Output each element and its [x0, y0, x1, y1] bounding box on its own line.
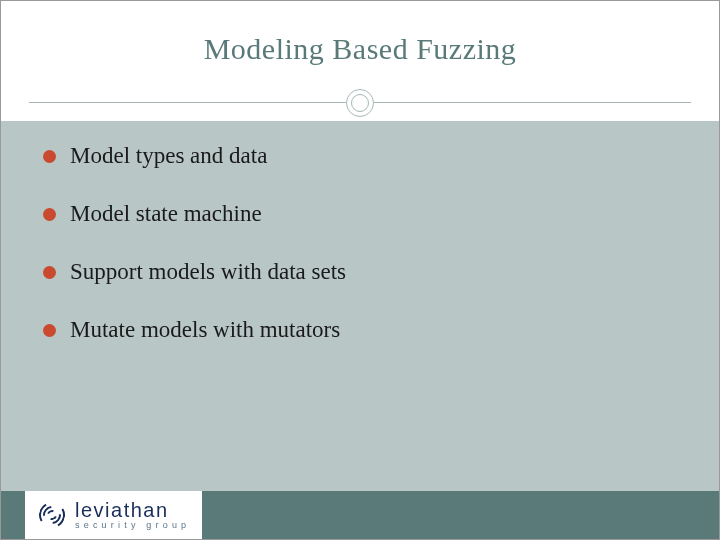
list-item: Support models with data sets	[43, 259, 689, 285]
content-area: Model types and data Model state machine…	[1, 121, 719, 491]
list-item: Mutate models with mutators	[43, 317, 689, 343]
logo-subtitle: security group	[75, 521, 190, 530]
bullet-icon	[43, 208, 56, 221]
logo: leviathan security group	[25, 491, 202, 539]
bullet-icon	[43, 150, 56, 163]
logo-mark-icon	[37, 500, 67, 530]
bullet-text: Support models with data sets	[70, 259, 346, 285]
footer-accent-left	[1, 491, 25, 539]
bullet-text: Model state machine	[70, 201, 262, 227]
title-divider	[1, 89, 719, 117]
title-area: Modeling Based Fuzzing	[1, 1, 719, 96]
slide-title: Modeling Based Fuzzing	[204, 32, 517, 66]
slide: Modeling Based Fuzzing Model types and d…	[0, 0, 720, 540]
bullet-text: Model types and data	[70, 143, 267, 169]
logo-text: leviathan security group	[75, 500, 190, 530]
list-item: Model types and data	[43, 143, 689, 169]
footer-accent-right	[202, 491, 719, 539]
footer: leviathan security group	[1, 491, 719, 539]
bullet-text: Mutate models with mutators	[70, 317, 340, 343]
bullet-icon	[43, 266, 56, 279]
list-item: Model state machine	[43, 201, 689, 227]
divider-circle-inner-icon	[351, 94, 369, 112]
bullet-icon	[43, 324, 56, 337]
logo-name: leviathan	[75, 500, 190, 520]
bullet-list: Model types and data Model state machine…	[43, 143, 689, 343]
